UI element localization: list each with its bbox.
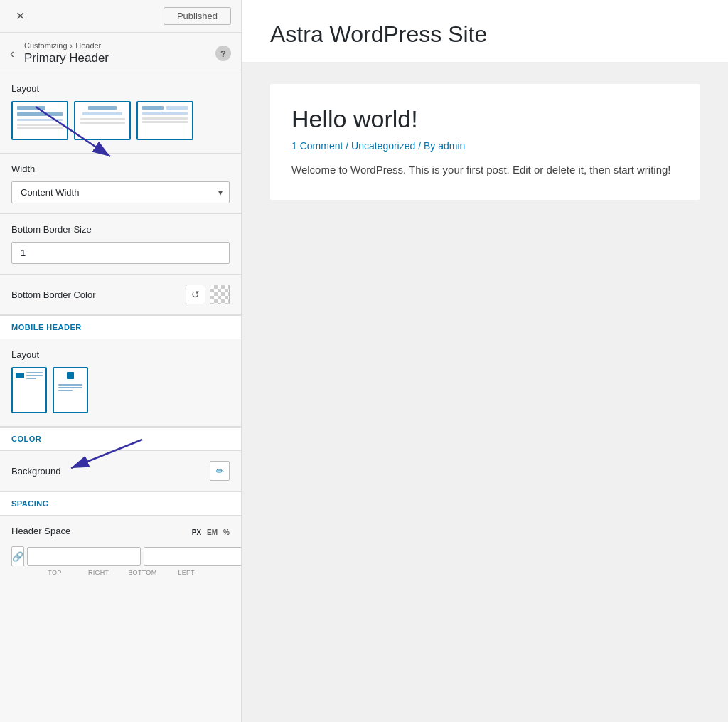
published-button[interactable]: Published (164, 7, 231, 25)
border-size-input[interactable]: 1 (11, 242, 230, 264)
spacing-top-input[interactable] (27, 547, 141, 566)
layout-thumb-lines (138, 116, 192, 139)
layout-label: Layout (11, 83, 230, 94)
spacing-units: PX EM % (192, 529, 230, 536)
layout-thumb-line (80, 122, 125, 124)
mobile-layout-label: Layout (11, 349, 230, 360)
mobile-thumb-line (58, 387, 82, 388)
mobile-thumb-lines (26, 372, 43, 379)
site-title-bar: Astra WordPress Site (242, 0, 728, 63)
section-title: Primary Header (24, 51, 210, 65)
border-color-section: Bottom Border Color ↺ (0, 275, 241, 315)
spacing-right-input[interactable] (144, 547, 241, 566)
border-color-label: Bottom Border Color (11, 290, 96, 300)
color-divider: COLOR (0, 427, 241, 451)
spacing-control-section: Header Space PX EM % 🔗 🖥 (0, 516, 241, 586)
mobile-layout-option-1[interactable] (11, 367, 47, 413)
layout-thumb-lines (13, 122, 67, 139)
breadcrumb-arrow-icon: › (70, 41, 73, 50)
layout-thumb-bar (17, 106, 46, 110)
color-control-section: Background ✏ (0, 451, 241, 492)
color-pencil-button[interactable]: ✏ (210, 461, 230, 481)
spacing-sublabel-bottom: BOTTOM (122, 569, 164, 576)
border-color-row: Bottom Border Color ↺ (11, 285, 230, 304)
post-card: Hello world! 1 Comment / Uncategorized /… (270, 84, 700, 200)
layout-thumb-left (142, 106, 164, 110)
spacing-divider: SPACING (0, 492, 241, 516)
layout-thumb-bar-center (88, 106, 117, 110)
preview-area: Astra WordPress Site Hello world! 1 Comm… (242, 0, 728, 235)
spacing-header-row: Header Space PX EM % (11, 526, 230, 542)
main-preview: Astra WordPress Site Hello world! 1 Comm… (242, 0, 728, 722)
width-select-wrap: Content Width Full Width ▾ (11, 181, 230, 203)
width-label: Width (11, 164, 230, 174)
layout-thumb-line (142, 121, 188, 123)
mobile-layout-option-2[interactable] (53, 367, 88, 413)
top-bar: ✕ Published (0, 0, 241, 33)
spacing-link-button[interactable]: 🔗 (11, 546, 24, 566)
mobile-thumb-top-row (16, 372, 43, 379)
help-button[interactable]: ? (215, 46, 231, 61)
background-label: Background (11, 466, 60, 477)
layout-thumb-right (166, 106, 188, 110)
post-excerpt: Welcome to WordPress. This is your first… (291, 161, 678, 179)
mobile-thumb-line (26, 375, 43, 376)
layout-thumb-line (142, 117, 188, 120)
width-select[interactable]: Content Width Full Width (11, 181, 230, 203)
layout-thumb-sub (17, 119, 63, 121)
breadcrumb-prefix: Customizing (24, 41, 68, 50)
mobile-header-divider: MOBILE HEADER (0, 315, 241, 339)
mobile-thumb-line (58, 384, 82, 386)
spacing-inputs-row: 🔗 🖥 (11, 546, 230, 566)
spacing-sublabel-top: TOP (34, 569, 75, 576)
breadcrumb: Customizing › Header (24, 41, 210, 50)
layout-option-1[interactable] (11, 101, 68, 140)
color-reset-button[interactable]: ↺ (186, 285, 205, 304)
spacing-label: Header Space (11, 526, 70, 536)
layout-control-section: Layout (0, 73, 241, 154)
color-section-title: COLOR (11, 435, 230, 443)
spacing-sublabel-right: RIGHT (78, 569, 119, 576)
breadcrumb-section: Header (75, 41, 101, 50)
pencil-icon: ✏ (216, 466, 224, 477)
layout-option-3[interactable] (136, 101, 193, 140)
spacing-section-title: SPACING (11, 499, 230, 508)
mobile-thumb-line-short (58, 390, 73, 391)
spacing-labels-row: TOP RIGHT BOTTOM LEFT (34, 569, 207, 576)
post-meta: 1 Comment / Uncategorized / By admin (291, 140, 678, 152)
breadcrumb-block: Customizing › Header Primary Header (24, 41, 210, 65)
width-control-section: Width Content Width Full Width ▾ (0, 154, 241, 214)
post-title: Hello world! (291, 105, 678, 133)
border-size-section: Bottom Border Size 1 (0, 214, 241, 275)
close-button[interactable]: ✕ (10, 6, 31, 26)
layout-thumb-subline (142, 112, 188, 115)
border-color-swatch[interactable] (210, 285, 230, 304)
color-controls: ↺ (186, 285, 230, 304)
sidebar-content: Layout (0, 73, 241, 722)
layout-thumb-line (80, 118, 125, 120)
mobile-thumb-line (26, 372, 43, 373)
layout-thumb-lines (75, 117, 129, 139)
layout-thumb-split (142, 106, 188, 110)
unit-em[interactable]: EM (207, 529, 218, 536)
unit-px[interactable]: PX (192, 529, 201, 536)
layout-thumb-line (17, 124, 63, 126)
mobile-thumb-center-icon (67, 372, 74, 379)
layout-thumb-stroke (82, 112, 122, 115)
layout-thumb-line (17, 127, 63, 129)
mobile-layout-options (11, 367, 230, 413)
unit-percent[interactable]: % (223, 529, 230, 536)
color-bg-row: Background ✏ (11, 461, 230, 481)
mobile-thumb-center-lines (57, 381, 84, 394)
layout-option-2[interactable] (74, 101, 131, 140)
mobile-header-title: MOBILE HEADER (11, 323, 230, 331)
layout-options (11, 101, 230, 140)
section-header: ‹ Customizing › Header Primary Header ? (0, 33, 241, 73)
mobile-thumb-line-short (26, 378, 36, 379)
mobile-layout-section: Layout (0, 339, 241, 427)
content-area: Hello world! 1 Comment / Uncategorized /… (242, 63, 728, 235)
back-button[interactable]: ‹ (10, 45, 18, 63)
site-title: Astra WordPress Site (270, 21, 700, 48)
border-size-label: Bottom Border Size (11, 224, 230, 235)
layout-thumb-main (17, 112, 63, 116)
